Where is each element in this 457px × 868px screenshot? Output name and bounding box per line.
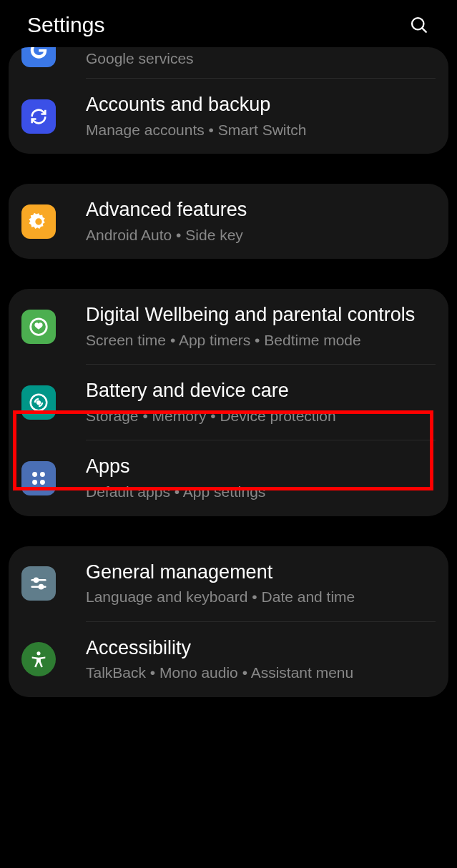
svg-point-10 [34, 578, 38, 582]
item-text: Digital Wellbeing and parental controls … [86, 303, 436, 350]
item-subtitle: Screen time • App timers • Bedtime mode [86, 330, 436, 350]
svg-point-6 [40, 472, 45, 477]
item-subtitle: Android Auto • Side key [86, 225, 436, 245]
settings-item-advanced-features[interactable]: Advanced features Android Auto • Side ke… [9, 184, 448, 259]
item-title: Advanced features [86, 198, 436, 222]
sliders-icon [21, 566, 56, 601]
item-text: Battery and device care Storage • Memory… [86, 379, 436, 425]
settings-item-accounts-backup[interactable]: Accounts and backup Manage accounts • Sm… [9, 79, 448, 154]
search-icon [409, 15, 429, 35]
settings-item-battery-device-care[interactable]: Battery and device care Storage • Memory… [9, 365, 448, 440]
svg-point-5 [32, 472, 37, 477]
settings-section: General management Language and keyboard… [9, 546, 448, 697]
item-title: Accessibility [86, 636, 436, 661]
wellbeing-icon [21, 310, 56, 344]
item-subtitle: Default apps • App settings [86, 482, 436, 501]
settings-item-google[interactable]: Google Google services [9, 47, 448, 78]
svg-point-12 [39, 585, 43, 588]
settings-section: Advanced features Android Auto • Side ke… [9, 184, 448, 259]
item-subtitle: Google services [86, 49, 436, 68]
google-icon [21, 47, 56, 67]
svg-line-1 [422, 28, 426, 32]
svg-point-4 [37, 401, 40, 404]
item-title: Battery and device care [86, 379, 436, 403]
gear-plus-icon [21, 204, 56, 239]
settings-item-digital-wellbeing[interactable]: Digital Wellbeing and parental controls … [9, 289, 448, 364]
settings-item-general-management[interactable]: General management Language and keyboard… [9, 546, 448, 621]
settings-item-apps[interactable]: Apps Default apps • App settings [9, 440, 448, 516]
item-title: Digital Wellbeing and parental controls [86, 303, 436, 327]
item-subtitle: Storage • Memory • Device protection [86, 406, 436, 425]
device-care-icon [21, 385, 56, 420]
item-text: Accessibility TalkBack • Mono audio • As… [86, 636, 436, 683]
svg-point-0 [412, 18, 423, 29]
item-text: Advanced features Android Auto • Side ke… [86, 198, 436, 245]
item-title: General management [86, 561, 436, 585]
item-text: Google Google services [86, 47, 436, 68]
settings-item-accessibility[interactable]: Accessibility TalkBack • Mono audio • As… [9, 622, 448, 697]
item-text: Accounts and backup Manage accounts • Sm… [86, 93, 436, 139]
accessibility-icon [21, 642, 56, 676]
apps-icon [21, 461, 56, 495]
page-title: Settings [27, 13, 104, 37]
settings-section: Google Google services Accounts and back… [9, 47, 448, 154]
item-subtitle: Language and keyboard • Date and time [86, 587, 436, 606]
settings-section: Digital Wellbeing and parental controls … [9, 289, 448, 516]
svg-point-13 [36, 651, 40, 655]
svg-point-8 [40, 480, 45, 485]
item-title: Apps [86, 455, 436, 479]
sync-icon [21, 99, 56, 134]
svg-point-7 [32, 480, 37, 485]
search-button[interactable] [408, 14, 430, 36]
header: Settings [0, 0, 457, 50]
item-subtitle: TalkBack • Mono audio • Assistant menu [86, 663, 436, 682]
item-text: General management Language and keyboard… [86, 561, 436, 607]
item-text: Apps Default apps • App settings [86, 455, 436, 501]
item-title: Accounts and backup [86, 93, 436, 117]
item-subtitle: Manage accounts • Smart Switch [86, 120, 436, 139]
